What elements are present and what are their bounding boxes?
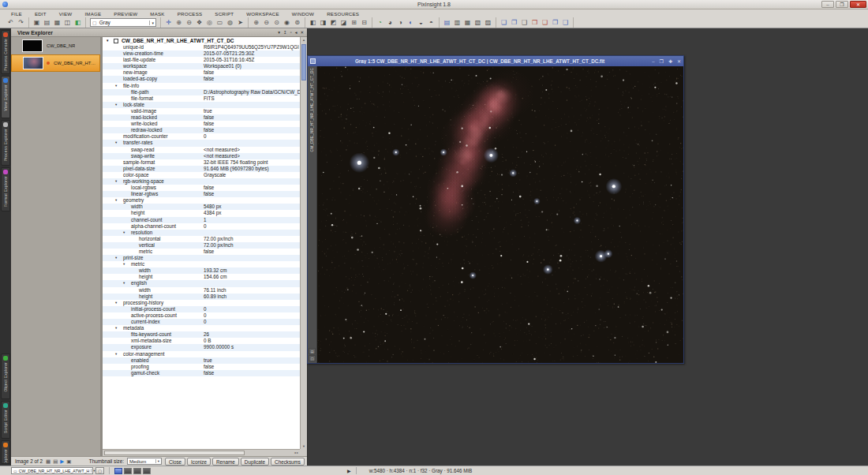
- iconize-window-button[interactable]: –: [652, 57, 654, 66]
- collapse-arrow-icon[interactable]: ▾: [115, 255, 117, 261]
- checksums-button[interactable]: Checksums: [271, 458, 305, 466]
- zoom-in-icon[interactable]: ⊕: [251, 18, 261, 28]
- tree-row[interactable]: modification-counter0: [103, 133, 307, 140]
- tree-row[interactable]: ▾english: [103, 280, 307, 286]
- stf-reset-icon[interactable]: ◑: [395, 18, 406, 28]
- tree-row[interactable]: ▾file-info: [103, 83, 307, 89]
- scrollbar-thumb[interactable]: [104, 451, 245, 455]
- tree-row[interactable]: new-imagefalse: [103, 69, 307, 76]
- tree-row[interactable]: view-creation-time2015-07-05T21:25:30Z: [103, 50, 307, 57]
- tree-row[interactable]: width76.11 inch: [103, 287, 307, 294]
- tree-row[interactable]: metricfalse: [103, 249, 307, 255]
- menu-view[interactable]: VIEW: [53, 11, 79, 17]
- expand-windows-icon[interactable]: ⊟: [359, 18, 369, 28]
- fit-windows-icon[interactable]: ⊞: [349, 18, 359, 28]
- view-list-item[interactable]: CW_DBE_NR: [11, 37, 100, 54]
- tree-row[interactable]: ▾transfer-rates: [103, 140, 307, 146]
- collapse-arrow-icon[interactable]: ▾: [115, 300, 117, 306]
- tree-row[interactable]: fits-keyword-count26: [103, 331, 307, 338]
- image-window-titlebar[interactable]: Gray 1:5 CW_DBE_NR_HT_NR_LHE_ATWT_HT_CT_…: [308, 56, 683, 66]
- menu-preview[interactable]: PREVIEW: [107, 11, 144, 17]
- strip-selection-icon[interactable]: ⊞: [309, 348, 316, 354]
- sidebar-tab-object-explorer[interactable]: Object Explorer: [1, 353, 10, 399]
- zoom-1-1-icon[interactable]: ⊙: [271, 18, 282, 28]
- sidebar-tab-script-editor[interactable]: Script Editor: [1, 401, 10, 439]
- workspace-thumb-1[interactable]: [114, 468, 122, 474]
- thumbnail-size-select[interactable]: Medium ▾: [127, 458, 162, 465]
- panel-pin-icon[interactable]: ↥: [283, 29, 287, 36]
- stf-edit-icon[interactable]: ◕: [385, 18, 395, 28]
- monitor-7-icon[interactable]: ❑: [560, 18, 571, 28]
- tree-row[interactable]: file-formatFITS: [103, 95, 307, 102]
- redo-icon[interactable]: ↷: [16, 18, 26, 28]
- tree-row[interactable]: pixel-data-size91.646 MiB (96097280 byte…: [103, 166, 307, 172]
- workspace-thumb-2[interactable]: [124, 468, 132, 474]
- undo-icon[interactable]: ↶: [6, 18, 16, 28]
- astro-image[interactable]: [317, 66, 683, 363]
- view-selector-dropdown[interactable]: ▭ CW_DBE_NR_HT_NR_LHE_ATWT_H ▾: [11, 467, 93, 474]
- tree-row[interactable]: alpha-channel-count0: [103, 223, 307, 230]
- explorer-windows-icon[interactable]: ▤: [442, 18, 452, 28]
- menu-script[interactable]: SCRIPT: [208, 11, 240, 17]
- play-animation-icon[interactable]: ▶: [60, 458, 64, 466]
- center-mode-icon[interactable]: ◎: [204, 18, 215, 28]
- tree-row[interactable]: workspaceWorkspace01 (0): [103, 63, 307, 69]
- tree-row[interactable]: sample-format32-bit IEEE 754 floating po…: [103, 159, 307, 166]
- collapse-arrow-icon[interactable]: ▾: [115, 83, 117, 89]
- tile-windows-icon[interactable]: ◧: [308, 18, 318, 28]
- tree-row[interactable]: enabledtrue: [103, 357, 307, 364]
- stf-link-icon[interactable]: ◐: [406, 18, 416, 28]
- monitor-2-icon[interactable]: ❐: [509, 18, 519, 28]
- tree-row[interactable]: proofingfalse: [103, 364, 307, 370]
- tree-row[interactable]: height4384 px: [103, 210, 307, 216]
- tree-row[interactable]: active-process-count0: [103, 312, 307, 319]
- collapse-arrow-icon[interactable]: ▾: [123, 230, 125, 236]
- tree-row[interactable]: width5480 px: [103, 204, 307, 210]
- collapse-arrow-icon[interactable]: ▾: [115, 197, 117, 204]
- sidebar-tab-process-explorer[interactable]: Process Explorer: [1, 120, 10, 166]
- menu-file[interactable]: FILE: [5, 11, 28, 17]
- close-button[interactable]: Close: [165, 458, 185, 466]
- tree-row[interactable]: current-index0: [103, 319, 307, 325]
- tree-row[interactable]: valid-imagetrue: [103, 108, 307, 114]
- tree-row[interactable]: linear-rgbwsfalse: [103, 191, 307, 197]
- strip-screen-icon[interactable]: ⊡: [309, 355, 316, 361]
- tree-row[interactable]: gamut-checkfalse: [103, 370, 307, 376]
- monitor-5-icon[interactable]: ❏: [540, 18, 550, 28]
- collapse-arrow-icon[interactable]: ▾: [107, 37, 109, 44]
- channel-selector[interactable]: ▢Gray▾: [90, 18, 156, 27]
- shade-window-button[interactable]: ❐: [660, 57, 664, 66]
- history-explorer-icon[interactable]: ▧: [473, 18, 483, 28]
- drag-mode-icon[interactable]: ❖: [194, 18, 204, 28]
- tree-row[interactable]: width193.32 cm: [103, 267, 307, 274]
- tree-row[interactable]: color-spaceGrayscale: [103, 172, 307, 178]
- tree-row[interactable]: ▾processing-history: [103, 300, 307, 306]
- tree-row[interactable]: ▾print-size: [103, 255, 307, 261]
- close-all-icon[interactable]: ◪: [339, 18, 349, 28]
- iconize-button[interactable]: Iconize: [187, 458, 211, 466]
- collapse-arrow-icon[interactable]: ▾: [115, 102, 117, 108]
- zoom-in-mode-icon[interactable]: ⊕: [174, 18, 184, 28]
- edit-preview-mode-icon[interactable]: ◍: [225, 18, 235, 28]
- tree-row[interactable]: xml-metadata-size0 B: [103, 338, 307, 344]
- zoom-out-mode-icon[interactable]: ⊖: [184, 18, 194, 28]
- sidebar-tab-view-explorer[interactable]: View Explorer: [1, 76, 10, 118]
- grid-view-icon[interactable]: ▦: [46, 458, 51, 466]
- tree-row[interactable]: ▾color-management: [103, 351, 307, 357]
- tree-row[interactable]: redraw-lockedfalse: [103, 127, 307, 133]
- tree-row[interactable]: exposure9900.00000 s: [103, 344, 307, 350]
- menu-process[interactable]: PROCESS: [171, 11, 209, 17]
- tree-row[interactable]: read-lockedfalse: [103, 114, 307, 121]
- tree-row[interactable]: height60.89 inch: [103, 294, 307, 300]
- tree-row[interactable]: initial-process-count0: [103, 306, 307, 312]
- monitor-1-icon[interactable]: ❏: [499, 18, 509, 28]
- tree-row[interactable]: ▾metadata: [103, 325, 307, 331]
- clone-image-icon[interactable]: ▦: [52, 18, 62, 28]
- zoom-out-icon[interactable]: ⊖: [261, 18, 271, 28]
- tree-row[interactable]: channel-count1: [103, 217, 307, 223]
- monitor-6-icon[interactable]: ❐: [550, 18, 560, 28]
- menu-image[interactable]: IMAGE: [78, 11, 107, 17]
- scroll-up-icon[interactable]: ▲: [301, 37, 307, 43]
- collapse-arrow-icon[interactable]: ▾: [115, 178, 117, 185]
- view-selector-button[interactable]: ▢: [95, 467, 104, 474]
